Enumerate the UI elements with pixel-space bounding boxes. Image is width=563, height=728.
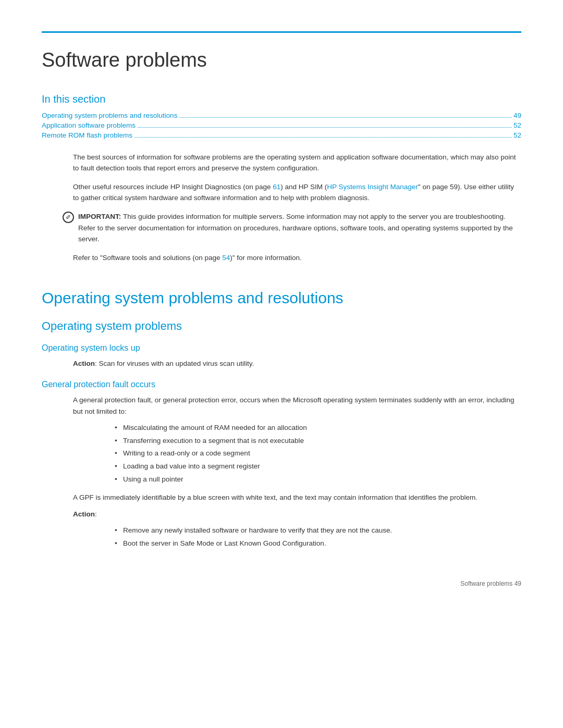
gpf-action-label: Action: <box>73 509 521 520</box>
toc-link-2[interactable]: Application software problems <box>42 121 136 129</box>
link-page-54[interactable]: 54 <box>222 254 230 262</box>
toc-dots-3 <box>134 137 511 138</box>
section1-title: Operating system problems and resolution… <box>42 284 521 307</box>
section1-sub1-sub1-title: Operating system locks up <box>42 343 521 353</box>
link-page-61[interactable]: 61 <box>273 183 280 191</box>
action-label-bold: Action <box>73 510 95 518</box>
toc-dots-2 <box>138 127 511 128</box>
action-scan-text: : Scan for viruses with an updated virus… <box>95 360 254 367</box>
gpf-action-bullet-1: Remove any newly installed software or h… <box>115 525 521 536</box>
important-body: This guide provides information for mult… <box>78 213 513 243</box>
gpf-blue-screen-para: A GPF is immediately identifiable by a b… <box>73 492 521 503</box>
toc-link-1[interactable]: Operating system problems and resolution… <box>42 112 177 119</box>
gpf-bullet-4: Loading a bad value into a segment regis… <box>115 461 521 472</box>
chapter-title: Software problems <box>42 48 521 72</box>
gpf-bullet-1: Miscalculating the amount of RAM needed … <box>115 422 521 434</box>
section1-sub1-sub2-title: General protection fault occurs <box>42 380 521 389</box>
toc-link-3[interactable]: Remote ROM flash problems <box>42 131 132 139</box>
gpf-bullet-2: Transferring execution to a segment that… <box>115 435 521 447</box>
refer-text: Refer to "Software tools and solutions (… <box>73 252 521 264</box>
intro-para2-prefix: Other useful resources include HP Insigh… <box>73 183 273 191</box>
toc-list: Operating system problems and resolution… <box>42 112 521 139</box>
gpf-action-bullet-list: Remove any newly installed software or h… <box>115 525 521 549</box>
important-icon: ✐ <box>63 212 74 223</box>
important-text: IMPORTANT: This guide provides informati… <box>78 211 521 245</box>
gpf-action-bullet-2: Boot the server in Safe Mode or Last Kno… <box>115 538 521 549</box>
link-hp-systems[interactable]: HP Systems Insight Manager <box>327 183 418 191</box>
action-colon: : <box>95 510 97 518</box>
gpf-bullet-5: Using a null pointer <box>115 474 521 485</box>
toc-page-1: 49 <box>513 112 521 119</box>
toc-item-1: Operating system problems and resolution… <box>42 112 521 119</box>
page-footer: Software problems 49 <box>42 580 521 587</box>
section1-sub1-title: Operating system problems <box>42 319 521 333</box>
important-label: IMPORTANT: <box>78 213 123 220</box>
toc-page-2: 52 <box>513 121 521 129</box>
intro-para-1: The best sources of information for soft… <box>73 152 521 174</box>
gpf-bullet-list: Miscalculating the amount of RAM needed … <box>115 422 521 485</box>
action-bold-label: Action <box>73 360 95 367</box>
gpf-body: A general protection fault, or general p… <box>73 394 521 549</box>
toc-dots-1 <box>179 117 511 118</box>
in-this-section-heading: In this section <box>42 93 521 105</box>
os-locks-up-body: Action: Scan for viruses with an updated… <box>73 358 521 369</box>
intro-para2-mid: ) and HP SIM ( <box>280 183 327 191</box>
os-locks-action: Action: Scan for viruses with an updated… <box>73 358 521 369</box>
toc-item-3: Remote ROM flash problems 52 <box>42 131 521 139</box>
intro-para-2: Other useful resources include HP Insigh… <box>73 181 521 204</box>
toc-page-3: 52 <box>513 131 521 139</box>
toc-item-2: Application software problems 52 <box>42 121 521 129</box>
important-block: ✐ IMPORTANT: This guide provides informa… <box>63 211 521 245</box>
gpf-para: A general protection fault, or general p… <box>73 394 521 417</box>
footer-text: Software problems 49 <box>460 580 521 587</box>
top-border <box>42 31 521 33</box>
refer-prefix: Refer to "Software tools and solutions (… <box>73 254 222 262</box>
gpf-bullet-3: Writing to a read-only or a code segment <box>115 448 521 459</box>
refer-suffix: )" for more information. <box>230 254 302 262</box>
